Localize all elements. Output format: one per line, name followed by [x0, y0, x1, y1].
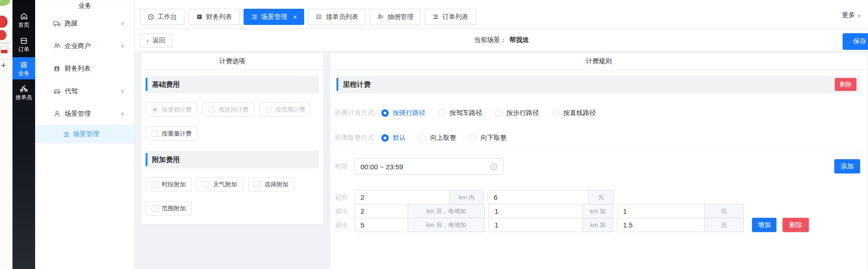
- radio-by-interval[interactable]: 按区间计费: [202, 102, 254, 117]
- over-price-input[interactable]: 1.5: [617, 218, 705, 232]
- delete-tier-button[interactable]: 删除: [782, 218, 809, 232]
- sidebar-item-orders[interactable]: 订单: [12, 37, 35, 53]
- close-icon[interactable]: ×: [293, 14, 297, 20]
- radio-straight-path[interactable]: 按直线路径: [552, 109, 596, 117]
- partial-leaf-icon: [0, 0, 11, 7]
- base-km-input[interactable]: 2: [355, 190, 450, 204]
- tab-commission[interactable]: 抽佣管理: [370, 9, 421, 25]
- radio-label: 按驾车路径: [450, 109, 482, 117]
- submenu-child-scene-management[interactable]: 场景管理: [35, 125, 134, 143]
- more-menu[interactable]: 更多 ∨: [842, 11, 861, 19]
- radio-driving-path[interactable]: 按驾车路径: [438, 109, 482, 117]
- submenu-item-errand[interactable]: 跑腿 ∨: [35, 12, 134, 35]
- secondary-sidebar: 业务 跑腿 ∨ 企业商户 ∨ 财务列表 代驾 ∨ 场景管理 ∧: [35, 0, 135, 269]
- courier-icon: [19, 84, 28, 93]
- checkbox-icon: [152, 181, 158, 188]
- chevron-up-icon: ∧: [120, 111, 125, 117]
- section-mileage-billing: 里程计费 删除: [336, 76, 860, 93]
- base-price-input[interactable]: 6: [488, 190, 589, 204]
- row-label: 时段: [335, 162, 355, 171]
- sidebar-item-business[interactable]: 业务: [12, 57, 35, 79]
- radio-round-down[interactable]: 向下取整: [469, 134, 507, 142]
- over-price-input[interactable]: 1: [617, 204, 705, 218]
- tab-label: 财务列表: [206, 13, 232, 21]
- sidebar-item-home[interactable]: 首页: [12, 12, 35, 28]
- over-step-input[interactable]: 1: [489, 204, 583, 218]
- list-icon: [432, 13, 439, 20]
- order-icon: [20, 37, 28, 45]
- over-km-input[interactable]: 5: [355, 218, 408, 232]
- checkbox-label: 天气附加: [213, 180, 237, 189]
- scene-label: 当前场景：: [474, 36, 507, 44]
- over-distance-row: 超出 2 km 后，每增加 1 km 加 1 元: [335, 204, 860, 218]
- base-price-row: 起价 2 km 内 6 元: [335, 190, 860, 204]
- tab-courier-list[interactable]: 接单员列表: [308, 9, 366, 25]
- row-label: 起价: [335, 193, 355, 202]
- radio-label: 默认: [393, 134, 406, 142]
- time-range-value: 00:00 ~ 23:59: [361, 163, 403, 171]
- radio-by-range[interactable]: 按范围计费: [259, 102, 310, 117]
- sidebar-item-label: 接单员: [16, 94, 32, 101]
- radio-round-default[interactable]: 默认: [381, 134, 406, 142]
- panel-title: 计费规则: [330, 53, 868, 70]
- submenu-item-label: 企业商户: [65, 42, 91, 50]
- checkbox-label: 时段附加: [162, 180, 186, 189]
- submenu-item-driver[interactable]: 代驾 ∨: [35, 80, 134, 102]
- radio-riding-path[interactable]: 按骑行路径: [381, 109, 425, 117]
- radio-walking-path[interactable]: 按步行路径: [495, 109, 539, 117]
- radio-label: 向下取整: [481, 134, 507, 142]
- section-accent-bar: [146, 78, 147, 91]
- row-label: 超出: [335, 221, 355, 229]
- checkbox-time-extra[interactable]: 时段附加: [146, 177, 192, 191]
- checkbox-weather-extra[interactable]: 天气附加: [197, 177, 243, 191]
- submenu-item-label: 代驾: [65, 87, 78, 96]
- tab-label: 场景管理: [261, 13, 287, 21]
- radio-by-mileage[interactable]: 按里程计费: [146, 102, 197, 117]
- checkbox-icon: [152, 205, 158, 212]
- over-km-unit: km 后，每增加: [408, 204, 485, 218]
- tab-scene-management[interactable]: 场景管理 ×: [244, 9, 304, 25]
- add-time-period-button[interactable]: 添加: [834, 159, 860, 173]
- car-icon: [53, 87, 61, 95]
- home-icon: [20, 12, 28, 20]
- section-extra-fees: 附加费用: [146, 151, 319, 168]
- partial-app-icon: [0, 16, 7, 28]
- divider: [335, 150, 860, 150]
- submenu-item-finance[interactable]: 财务列表: [35, 57, 134, 80]
- person-icon: [53, 110, 61, 118]
- over-km-input[interactable]: 2: [355, 204, 408, 218]
- radio-round-up[interactable]: 向上取整: [419, 134, 456, 142]
- add-tier-button[interactable]: 增加: [752, 218, 776, 232]
- list-dots-icon: [316, 13, 323, 20]
- row-label: 距离取整方式: [335, 134, 374, 142]
- over-step-unit: km 加: [583, 218, 613, 232]
- submenu-item-scenes[interactable]: 场景管理 ∧: [35, 102, 134, 125]
- submenu-child-label: 场景管理: [73, 130, 99, 138]
- checkbox-range-extra[interactable]: 范围附加: [146, 201, 192, 215]
- tab-order-list[interactable]: 订单列表: [425, 9, 476, 25]
- section-accent-bar: [336, 78, 338, 91]
- save-button[interactable]: 保存: [843, 33, 868, 50]
- primary-sidebar: 首页 订单 业务 接单员: [12, 0, 35, 269]
- divider: [0, 59, 11, 59]
- section-base-fees: 基础费用: [146, 76, 319, 93]
- delete-section-button[interactable]: 删除: [835, 78, 856, 91]
- radio-label: 按里程计费: [162, 106, 192, 114]
- checkbox-by-weight[interactable]: 按重量计费: [146, 126, 197, 141]
- tab-workbench[interactable]: 工作台: [140, 9, 184, 25]
- submenu-item-merchants[interactable]: 企业商户 ∨: [35, 35, 134, 57]
- checkbox-icon: [254, 181, 261, 188]
- panel-title: 计费选项: [141, 53, 324, 70]
- radio-label: 按步行路径: [507, 109, 539, 117]
- time-range-input[interactable]: 00:00 ~ 23:59: [355, 158, 503, 175]
- radio-icon: [381, 134, 389, 142]
- radio-label: 按范围计费: [275, 106, 306, 114]
- over-step-input[interactable]: 1: [489, 218, 583, 232]
- section-accent-bar: [146, 153, 147, 166]
- clock-icon[interactable]: [490, 163, 498, 171]
- radio-icon: [495, 109, 502, 117]
- checkbox-select-extra[interactable]: 选择附加: [248, 177, 294, 191]
- tab-finance-list[interactable]: 财务列表: [189, 9, 239, 25]
- submenu-item-label: 跑腿: [65, 19, 78, 28]
- sidebar-item-couriers[interactable]: 接单员: [12, 84, 35, 101]
